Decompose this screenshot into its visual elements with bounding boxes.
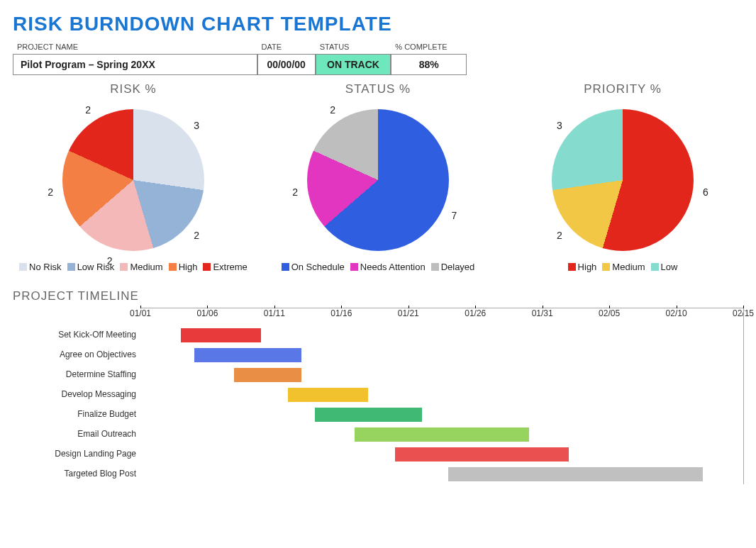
- status-pie: 722: [298, 101, 457, 260]
- timeline-tick: 02/05: [599, 308, 620, 318]
- timeline-chart-area: 01/0101/0601/1101/1601/2101/2601/3102/05…: [140, 308, 743, 484]
- header-status: STATUS: [316, 40, 391, 54]
- pie-slice-label: 7: [451, 210, 457, 221]
- timeline-bar: [234, 368, 301, 382]
- legend-swatch: [67, 263, 75, 271]
- legend-swatch: [350, 263, 358, 271]
- legend-swatch: [203, 263, 211, 271]
- timeline-tick: 01/16: [330, 308, 352, 318]
- value-date: 00/00/00: [257, 54, 316, 75]
- priority-pie: 623: [543, 101, 703, 260]
- timeline-task-label: Design Landing Page: [13, 444, 140, 464]
- legend-swatch: [282, 263, 289, 271]
- legend-swatch: [431, 263, 439, 271]
- risk-chart: RISK % 32222 No RiskLow RiskMediumHighEx…: [13, 82, 254, 274]
- timeline-bar: [395, 447, 569, 462]
- timeline-task-label: Agree on Objectives: [13, 345, 140, 364]
- timeline-tick: 01/31: [532, 308, 553, 318]
- pie-slice-label: 2: [107, 255, 113, 267]
- value-pct-complete: 88%: [391, 54, 467, 75]
- legend-swatch: [169, 263, 177, 271]
- timeline-task-label: Finalize Budget: [13, 404, 140, 424]
- timeline-task-label: Email Outreach: [13, 424, 140, 444]
- legend-item: No Risk: [19, 262, 62, 272]
- risk-pie: 32222: [53, 101, 213, 260]
- priority-chart: PRIORITY % 623 HighMediumLow: [502, 82, 743, 274]
- timeline-task-labels: Set Kick-Off MeetingAgree on ObjectivesD…: [13, 308, 140, 484]
- priority-legend: HighMediumLow: [502, 260, 743, 274]
- legend-item: Low: [651, 262, 678, 272]
- legend-item: Medium: [120, 262, 162, 272]
- pie-slice-label: 2: [330, 104, 335, 116]
- pie-slice-label: 2: [194, 230, 199, 241]
- header-pct-complete: % COMPLETE: [391, 40, 467, 54]
- legend-item: On Schedule: [282, 262, 345, 272]
- timeline-task-label: Set Kick-Off Meeting: [13, 325, 140, 345]
- pie-slice-label: 2: [557, 230, 562, 241]
- status-legend: On ScheduleNeeds AttentionDelayed: [257, 260, 499, 274]
- header-date: DATE: [257, 40, 316, 54]
- timeline-tick: 01/21: [398, 308, 419, 318]
- value-project-name: Pilot Program – Spring 20XX: [13, 54, 257, 75]
- status-chart: STATUS % 722 On ScheduleNeeds AttentionD…: [257, 82, 499, 274]
- legend-swatch: [120, 263, 128, 271]
- pie-slice-label: 3: [557, 120, 562, 131]
- timeline-bar: [315, 408, 422, 422]
- timeline-task-label: Determine Staffing: [13, 364, 140, 384]
- charts-row: RISK % 32222 No RiskLow RiskMediumHighEx…: [13, 82, 743, 274]
- risk-chart-title: RISK %: [110, 82, 157, 96]
- legend-swatch: [568, 263, 576, 271]
- timeline-task-label: Targeted Blog Post: [13, 464, 140, 483]
- timeline-tick: 01/26: [465, 308, 486, 318]
- legend-item: High: [169, 262, 198, 272]
- project-timeline: Set Kick-Off MeetingAgree on ObjectivesD…: [13, 308, 743, 484]
- risk-legend: No RiskLow RiskMediumHighExtreme: [13, 260, 254, 274]
- header-project-name: PROJECT NAME: [13, 40, 257, 54]
- priority-chart-title: PRIORITY %: [584, 82, 662, 96]
- timeline-tick: 02/10: [666, 308, 687, 318]
- legend-swatch: [651, 263, 659, 271]
- value-status: ON TRACK: [316, 54, 391, 75]
- legend-item: Delayed: [431, 262, 475, 272]
- pie-slice-label: 2: [85, 104, 91, 116]
- pie-slice-label: 2: [48, 186, 53, 198]
- status-chart-title: STATUS %: [345, 82, 411, 96]
- legend-item: Needs Attention: [350, 262, 426, 272]
- legend-item: Extreme: [203, 262, 247, 272]
- pie-slice-label: 6: [703, 186, 708, 198]
- timeline-title: PROJECT TIMELINE: [13, 289, 743, 303]
- page-title: RISK BURNDOWN CHART TEMPLATE: [13, 13, 743, 35]
- legend-item: Medium: [602, 262, 645, 272]
- legend-swatch: [602, 263, 610, 271]
- pie-slice-label: 3: [194, 120, 199, 131]
- timeline-bar: [181, 328, 261, 342]
- timeline-tick: 01/11: [264, 308, 285, 318]
- project-summary: PROJECT NAME Pilot Program – Spring 20XX…: [13, 40, 467, 75]
- legend-item: High: [568, 262, 597, 272]
- timeline-tick: 01/01: [130, 308, 151, 318]
- pie-slice-label: 2: [292, 186, 298, 198]
- timeline-bar: [448, 467, 703, 481]
- timeline-bar: [194, 348, 301, 362]
- timeline-task-label: Develop Messaging: [13, 384, 140, 404]
- timeline-bar: [355, 427, 529, 442]
- timeline-tick: 01/06: [196, 308, 218, 318]
- legend-swatch: [19, 263, 27, 271]
- timeline-bar: [288, 388, 368, 402]
